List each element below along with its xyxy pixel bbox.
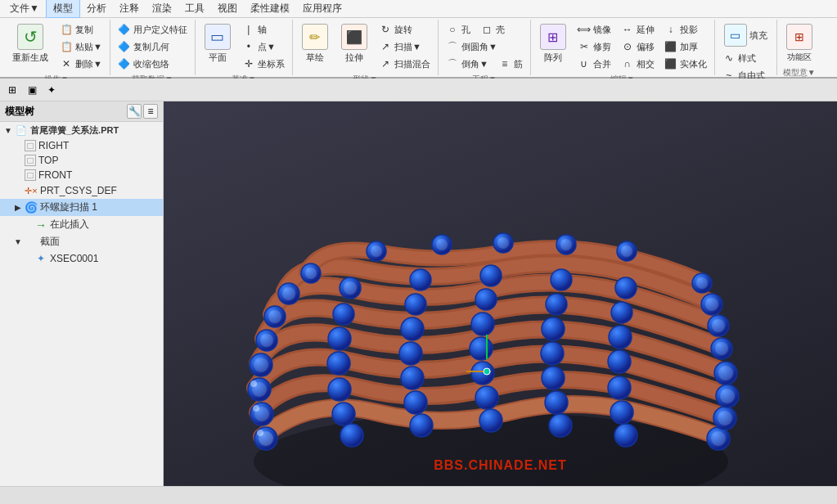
ribbon-group-model-intent: ⊞ 功能区 模型意▼ (777, 20, 821, 75)
svg-point-15 (268, 310, 281, 323)
menu-analysis[interactable]: 分析 (80, 0, 113, 17)
sidebar: 模型树 🔧 ≡ ▼ 📄 首尾弹簧_关系法.PRT □ RIGHT □ (0, 101, 164, 486)
svg-point-51 (615, 277, 637, 299)
paste-icon: 📋 (60, 40, 73, 53)
arrow-insert (23, 220, 33, 230)
btn-shrink-wrap[interactable]: 🔷收缩包络 (114, 56, 191, 72)
menu-bar: 文件▼ 模型 分析 注释 渲染 工具 视图 柔性建模 应用程序 (0, 0, 837, 18)
sidebar-menu-icon[interactable]: ≡ (143, 104, 158, 119)
menu-app[interactable]: 应用程序 (296, 0, 349, 17)
svg-point-13 (260, 334, 273, 347)
btn-delete[interactable]: ✕删除▼ (56, 56, 106, 72)
tree-item-xsec[interactable]: ✦ XSEC0001 (0, 250, 163, 267)
tree-item-front[interactable]: □ FRONT (0, 168, 163, 182)
svg-point-33 (705, 298, 718, 311)
btn-model-intent[interactable]: ⊞ 功能区 (781, 21, 818, 65)
intersect-icon: ∩ (621, 57, 634, 70)
btn-fill[interactable]: ▭ 填充 (718, 21, 773, 49)
btn-copy-geo[interactable]: 🔷复制几何 (114, 38, 191, 55)
btn-style[interactable]: ∿样式 (718, 50, 773, 66)
btn-hole[interactable]: ○孔 (442, 21, 475, 38)
btn-sweep[interactable]: ↗扫描▼ (375, 38, 434, 55)
svg-point-43 (560, 239, 572, 250)
tree-item-csys[interactable]: ✛× PRT_CSYS_DEF (0, 182, 163, 199)
rib-icon: ≡ (498, 57, 511, 70)
btn-sweep-blend[interactable]: ↗扫描混合 (375, 56, 434, 72)
tree-label-root: 首尾弹簧_关系法.PRT (30, 124, 119, 137)
btn-solidify[interactable]: ⬛实体化 (660, 56, 711, 72)
arrow-xsec (23, 254, 33, 263)
shrink-wrap-icon: 🔷 (118, 57, 131, 70)
btn-project[interactable]: ↓投影 (660, 21, 702, 38)
tree-item-top[interactable]: □ TOP (0, 153, 163, 168)
btn-trim[interactable]: ✂修剪 (574, 38, 615, 55)
svg-point-68 (401, 367, 424, 389)
svg-point-9 (250, 380, 257, 387)
btn-offset[interactable]: ⊙偏移 (617, 38, 659, 55)
svg-point-27 (718, 366, 733, 380)
sidebar-header: 模型树 🔧 ≡ (0, 101, 163, 122)
menu-flex[interactable]: 柔性建模 (244, 0, 296, 17)
svg-point-23 (718, 411, 732, 425)
sidebar-settings-icon[interactable]: 🔧 (127, 104, 142, 119)
menu-tools[interactable]: 工具 (178, 0, 211, 17)
svg-point-69 (471, 362, 494, 385)
btn-round[interactable]: ⌒倒圆角▼ (442, 38, 502, 55)
tree-item-section[interactable]: ▼ 截面 (0, 233, 163, 250)
tree-label-section: 截面 (40, 235, 60, 249)
btn-shell[interactable]: ◻壳 (476, 21, 509, 38)
svg-point-62 (327, 352, 350, 375)
menu-annotation[interactable]: 注释 (113, 0, 146, 17)
btn-copy[interactable]: 📋复制 (56, 21, 106, 38)
tree-item-insert[interactable]: → 在此插入 (0, 216, 163, 233)
menu-render[interactable]: 渲染 (146, 0, 178, 17)
btn-chamfer[interactable]: ⌒倒角▼ (442, 56, 493, 72)
tree-label-front: FRONT (38, 169, 72, 181)
btn-mirror[interactable]: ⟺镜像 (574, 21, 615, 38)
btn-axis[interactable]: |轴 (238, 21, 289, 38)
svg-point-76 (610, 401, 633, 424)
qat-btn-3[interactable]: ✦ (43, 81, 61, 99)
btn-merge[interactable]: ∪合并 (574, 56, 615, 72)
svg-point-66 (608, 350, 631, 373)
btn-revolve[interactable]: ↻旋转 (375, 21, 434, 38)
btn-point[interactable]: •点▼ (238, 38, 289, 55)
tree-item-root[interactable]: ▼ 📄 首尾弹簧_关系法.PRT (0, 122, 163, 138)
btn-paste[interactable]: 📋粘贴▼ (56, 38, 106, 55)
btn-sketch[interactable]: ✏ 草绘 (296, 21, 334, 66)
svg-point-65 (541, 342, 564, 365)
menu-model[interactable]: 模型 (46, 0, 80, 18)
btn-user-feature[interactable]: 🔷用户定义特征 (114, 21, 191, 38)
viewport[interactable]: BBS.CHINADE.NET (164, 101, 837, 486)
btn-regenerate[interactable]: ↺ 重新生成 (7, 21, 54, 66)
svg-point-41 (497, 237, 509, 249)
menu-file[interactable]: 文件▼ (3, 0, 46, 17)
menu-view[interactable]: 视图 (211, 0, 244, 17)
ribbon-group-operate: ↺ 重新生成 📋复制 📋粘贴▼ ✕删除▼ 操作▼ (3, 20, 110, 75)
btn-coord[interactable]: ✛坐标系 (238, 56, 289, 72)
tree-item-right[interactable]: □ RIGHT (0, 138, 163, 153)
btn-intersect[interactable]: ∩相交 (617, 56, 659, 72)
svg-point-52 (333, 304, 354, 325)
btn-extend[interactable]: ↔延伸 (617, 21, 659, 38)
tree-item-helical[interactable]: ▶ 🌀 环螺旋扫描 1 (0, 199, 163, 216)
btn-pattern[interactable]: ⊞ 阵列 (534, 21, 572, 66)
qat-btn-1[interactable]: ⊞ (3, 81, 21, 99)
ribbon-group-datum: ▭ 平面 |轴 •点▼ ✛坐标系 基准▼ (196, 20, 293, 75)
insert-icon: → (34, 218, 47, 232)
qat-btn-2[interactable]: ▣ (23, 81, 41, 99)
btn-plane[interactable]: ▭ 平面 (199, 21, 236, 66)
svg-point-57 (328, 327, 351, 350)
btn-thicken[interactable]: ⬛加厚 (660, 38, 702, 55)
btn-rib[interactable]: ≡筋 (494, 56, 527, 72)
plane-icon-top: □ (25, 155, 36, 166)
svg-point-78 (410, 414, 433, 437)
plane-icon-right: □ (25, 140, 36, 151)
svg-point-17 (282, 287, 295, 300)
btn-extrude[interactable]: ⬛ 拉伸 (335, 21, 373, 66)
svg-point-74 (475, 386, 498, 409)
solidify-icon: ⬛ (664, 57, 677, 70)
svg-point-45 (621, 245, 632, 257)
sidebar-title: 模型树 (5, 105, 34, 119)
svg-point-47 (344, 281, 357, 295)
